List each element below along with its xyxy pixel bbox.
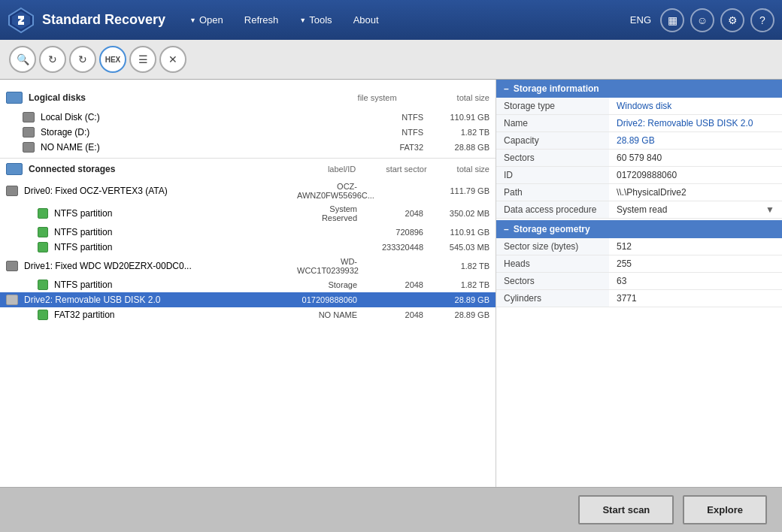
- open-arrow-icon: ▼: [189, 17, 196, 24]
- part-icon-1: [38, 227, 48, 237]
- part-icon-0: [38, 208, 48, 219]
- info-row-sectors: Sectors 60 579 840: [496, 150, 782, 167]
- storage-info-title: Storage information: [514, 83, 599, 94]
- storage-info-header: – Storage information: [496, 80, 782, 98]
- logical-disk-c[interactable]: Local Disk (C:) NTFS 110.91 GB: [0, 110, 496, 125]
- header: Standard Recovery ▼ Open Refresh ▼ Tools…: [0, 0, 782, 40]
- drive0-part0-row[interactable]: NTFS partition System Reserved 2048 350.…: [0, 202, 496, 225]
- drive0-part2-name: NTFS partition: [54, 242, 291, 252]
- info-row-data-access: Data access procedure System read ▼: [496, 201, 782, 219]
- footer: Start scan Explore: [0, 487, 782, 532]
- regex-button[interactable]: ↻: [39, 46, 66, 73]
- drive0-row[interactable]: Drive0: Fixed OCZ-VERTEX3 (ATA) OCZ-AWNZ…: [0, 180, 496, 202]
- logical-disks-header: Logical disks file system total size: [0, 89, 496, 107]
- storage-sectors-value: 60 579 840: [609, 150, 782, 167]
- logical-disk-e[interactable]: NO NAME (E:) FAT32 28.88 GB: [0, 140, 496, 155]
- storage-name-label: Name: [496, 115, 609, 132]
- storage-id-value: 017209888060: [609, 167, 782, 184]
- drive0-part1-size: 110.91 GB: [429, 228, 490, 237]
- drive0-part1-start: 720896: [363, 228, 423, 237]
- list-button[interactable]: ☰: [129, 46, 156, 73]
- info-row-capacity: Capacity 28.89 GB: [496, 132, 782, 150]
- drive0-part0-size: 350.02 MB: [429, 209, 490, 218]
- drive1-part0-row[interactable]: NTFS partition Storage 2048 1.82 TB: [0, 277, 496, 292]
- nav-refresh[interactable]: Refresh: [235, 10, 288, 30]
- storage-access-value: System read ▼: [609, 201, 782, 219]
- drive0-part1-row[interactable]: NTFS partition 720896 110.91 GB: [0, 225, 496, 240]
- label-id-col-header: label/ID: [328, 165, 356, 174]
- disk-e-fs: FAT32: [363, 143, 423, 152]
- size-col-header: total size: [457, 93, 490, 102]
- disk-e-name: NO NAME (E:): [41, 142, 357, 153]
- drive1-icon: [6, 261, 18, 271]
- geo-sector-size-value: 512: [609, 238, 782, 255]
- disk-e-size: 28.88 GB: [429, 143, 490, 152]
- info-row-id: ID 017209888060: [496, 167, 782, 184]
- geo-cylinders-label: Cylinders: [496, 290, 609, 307]
- drive0-part0-name: NTFS partition: [54, 208, 291, 219]
- disk-c-icon: [23, 112, 35, 122]
- geo-sectors-value: 63: [609, 273, 782, 290]
- storage-info-collapse[interactable]: –: [504, 83, 509, 94]
- geo-heads-label: Heads: [496, 255, 609, 273]
- explore-button[interactable]: Explore: [683, 495, 767, 524]
- drive1-row[interactable]: Drive1: Fixed WDC WD20EZRX-00DC0... WD-W…: [0, 255, 496, 277]
- drive0-part1-name: NTFS partition: [54, 227, 291, 237]
- nav-open[interactable]: ▼ Open: [180, 10, 232, 30]
- settings-button[interactable]: ⚙: [720, 8, 744, 32]
- hex-button[interactable]: HEX: [99, 46, 126, 73]
- close-button[interactable]: ✕: [159, 46, 186, 73]
- logical-disk-d[interactable]: Storage (D:) NTFS 1.82 TB: [0, 125, 496, 140]
- disk-d-fs: NTFS: [363, 128, 423, 137]
- storage-geometry-header: – Storage geometry: [496, 220, 782, 238]
- user-button[interactable]: ☺: [690, 8, 714, 32]
- storage-access-label: Data access procedure: [496, 201, 609, 219]
- info-row-name: Name Drive2: Removable USB DISK 2.0: [496, 115, 782, 132]
- drive2-label: 017209888060: [297, 295, 357, 304]
- drive0-part2-size: 545.03 MB: [429, 243, 490, 252]
- geo-row-heads: Heads 255: [496, 255, 782, 273]
- drive1-part0-name: NTFS partition: [54, 280, 291, 290]
- messages-button[interactable]: ▦: [660, 8, 684, 32]
- storage-geometry-table: Sector size (bytes) 512 Heads 255 Sector…: [496, 238, 782, 307]
- storage-info-table: Storage type Windows disk Name Drive2: R…: [496, 98, 782, 219]
- help-button[interactable]: ?: [750, 8, 774, 32]
- nav-tools[interactable]: ▼ Tools: [290, 10, 341, 30]
- search-button[interactable]: 🔍: [9, 46, 36, 73]
- drive1-size: 1.82 TB: [429, 261, 490, 271]
- lang-label: ENG: [630, 14, 651, 26]
- nav-about[interactable]: About: [344, 10, 388, 30]
- drive2-part0-row[interactable]: FAT32 partition NO NAME 2048 28.89 GB: [0, 307, 496, 322]
- drive2-row[interactable]: Drive2: Removable USB DISK 2.0 017209888…: [0, 292, 496, 307]
- geo-row-sectors: Sectors 63: [496, 273, 782, 290]
- info-row-storage-type: Storage type Windows disk: [496, 98, 782, 115]
- drive0-part2-row[interactable]: NTFS partition 233320448 545.03 MB: [0, 240, 496, 255]
- storage-geometry-collapse[interactable]: –: [504, 224, 509, 234]
- geo-cylinders-value: 3771: [609, 290, 782, 307]
- disk-c-size: 110.91 GB: [429, 113, 490, 122]
- logical-disk-icon: [6, 92, 23, 104]
- storage-capacity-value: 28.89 GB: [609, 132, 782, 150]
- geo-row-sector-size: Sector size (bytes) 512: [496, 238, 782, 255]
- disk-c-name: Local Disk (C:): [41, 112, 357, 122]
- nav-bar: ▼ Open Refresh ▼ Tools About: [180, 10, 630, 30]
- storage-name-value: Drive2: Removable USB DISK 2.0: [609, 115, 782, 132]
- part-icon-3: [38, 280, 48, 290]
- refresh-button[interactable]: ↻: [69, 46, 96, 73]
- geo-heads-value: 255: [609, 255, 782, 273]
- drive0-part2-start: 233320448: [363, 243, 423, 252]
- disk-d-name: Storage (D:): [41, 127, 357, 138]
- disk-d-size: 1.82 TB: [429, 128, 490, 137]
- drive0-part0-label: System Reserved: [297, 204, 357, 222]
- app-logo-icon: [8, 7, 35, 34]
- storage-path-label: Path: [496, 184, 609, 201]
- fs-col-header: file system: [358, 93, 397, 102]
- drive0-part0-start: 2048: [363, 209, 423, 218]
- drive2-icon: [6, 295, 18, 305]
- header-right: ENG ▦ ☺ ⚙ ?: [630, 8, 774, 32]
- start-scan-button[interactable]: Start scan: [578, 495, 674, 524]
- disk-d-icon: [23, 127, 35, 138]
- connected-storages-header: Connected storages label/ID start sector…: [0, 158, 496, 180]
- logical-disks-title: Logical disks: [29, 92, 86, 103]
- data-access-expand-icon[interactable]: ▼: [765, 204, 774, 215]
